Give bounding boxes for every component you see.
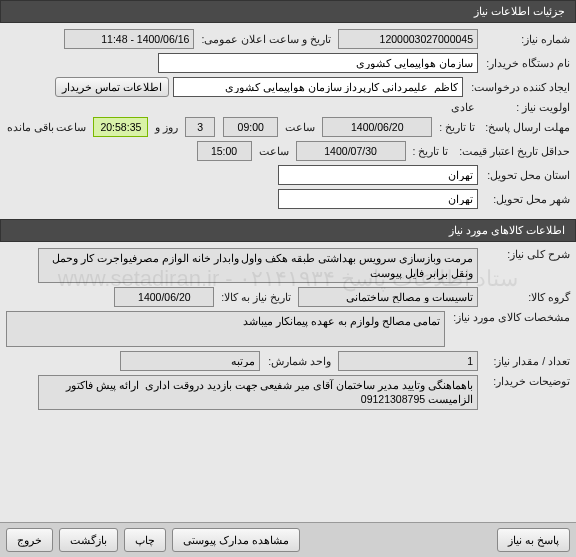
- respond-button[interactable]: پاسخ به نیاز: [497, 528, 570, 552]
- response-deadline-date: [322, 117, 432, 137]
- back-button[interactable]: بازگشت: [59, 528, 118, 552]
- section-header-need-details: جزئیات اطلاعات نیاز: [0, 0, 576, 23]
- label-time-2: ساعت: [256, 145, 292, 157]
- label-response-deadline: مهلت ارسال پاسخ:: [482, 121, 570, 133]
- label-days-and: روز و: [152, 121, 181, 133]
- goods-desc-field: [38, 248, 478, 283]
- label-qty: تعداد / مقدار نیاز:: [482, 355, 570, 367]
- contact-info-button[interactable]: اطلاعات تماس خریدار: [55, 77, 169, 97]
- buyer-notes-field: [38, 375, 478, 410]
- priority-value: عادی: [438, 101, 478, 113]
- need-number-field: [338, 29, 478, 49]
- label-priority: اولویت نیاز :: [482, 101, 570, 113]
- print-button[interactable]: چاپ: [124, 528, 166, 552]
- section-body-goods-info: شرح کلی نیاز: گروه کالا: تاریخ نیاز به ک…: [0, 242, 576, 420]
- footer-toolbar: خروج بازگشت چاپ مشاهده مدارک پیوستی پاسخ…: [0, 522, 576, 557]
- goods-group-field: [298, 287, 478, 307]
- label-to-date-1: تا تاریخ :: [436, 121, 478, 133]
- qty-field: [338, 351, 478, 371]
- exit-button[interactable]: خروج: [6, 528, 53, 552]
- label-buyer-notes: توضیحات خریدار:: [482, 375, 570, 387]
- days-remaining: [185, 117, 215, 137]
- need-by-date-field: [114, 287, 214, 307]
- label-requester: ایجاد کننده درخواست:: [467, 81, 570, 93]
- delivery-province-field[interactable]: [278, 165, 478, 185]
- label-unit: واحد شمارش:: [264, 355, 334, 367]
- label-announce-datetime: تاریخ و ساعت اعلان عمومی:: [198, 33, 334, 45]
- response-deadline-time: [223, 117, 278, 137]
- requester-field[interactable]: [173, 77, 463, 97]
- price-validity-time: [197, 141, 252, 161]
- label-time-1: ساعت: [282, 121, 318, 133]
- attachments-button[interactable]: مشاهده مدارک پیوستی: [172, 528, 300, 552]
- buyer-org-field[interactable]: [158, 53, 478, 73]
- unit-field: [120, 351, 260, 371]
- delivery-city-field[interactable]: [278, 189, 478, 209]
- label-price-validity: حداقل تاریخ اعتبار قیمت:: [455, 145, 570, 157]
- label-buyer-org: نام دستگاه خریدار:: [482, 57, 570, 69]
- countdown-timer: 20:58:35: [93, 117, 148, 137]
- label-goods-spec: مشخصات کالای مورد نیاز:: [449, 311, 570, 323]
- label-goods-group: گروه کالا:: [482, 291, 570, 303]
- label-to-date-2: تا تاریخ :: [410, 145, 452, 157]
- goods-spec-field: [6, 311, 445, 346]
- label-delivery-province: استان محل تحویل:: [482, 169, 570, 181]
- announce-datetime-field: [64, 29, 194, 49]
- price-validity-date: [296, 141, 406, 161]
- section-header-goods-info: اطلاعات کالاهای مورد نیاز: [0, 219, 576, 242]
- label-goods-desc: شرح کلی نیاز:: [482, 248, 570, 260]
- label-delivery-city: شهر محل تحویل:: [482, 193, 570, 205]
- section-body-need-details: شماره نیاز: تاریخ و ساعت اعلان عمومی: نا…: [0, 23, 576, 219]
- label-time-remaining: ساعت باقی مانده: [4, 121, 90, 133]
- label-need-number: شماره نیاز:: [482, 33, 570, 45]
- label-need-by-date: تاریخ نیاز به کالا:: [218, 291, 294, 303]
